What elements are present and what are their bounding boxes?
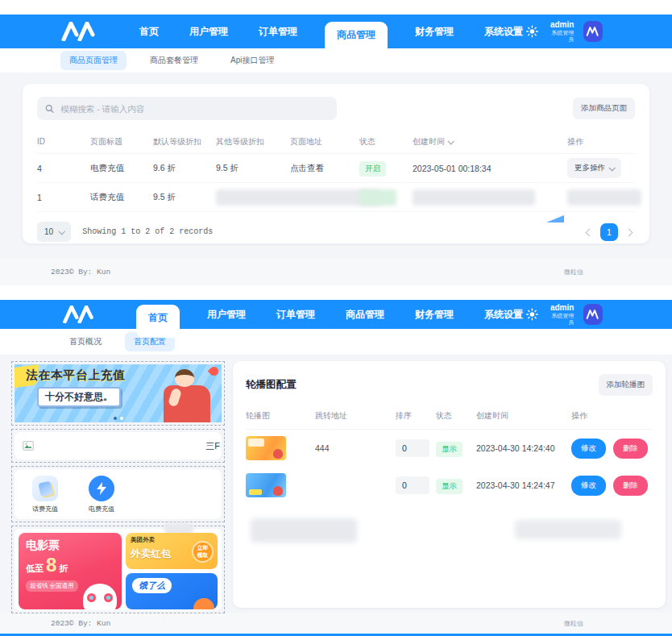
app-logo[interactable] [60, 22, 96, 41]
col-other-discount: 其他等级折扣 [216, 136, 290, 148]
col-actions: 操作 [567, 136, 635, 148]
col-created[interactable]: 创建时间 [413, 136, 567, 148]
nav-item-settings[interactable]: 系统设置 [481, 303, 526, 326]
cell-title: 话费充值 [90, 192, 153, 203]
nav-item-products[interactable]: 商品管理 [325, 22, 388, 55]
user-info[interactable]: admin 系统管理员 [548, 303, 574, 326]
carousel-row: 显示 2023-04-30 14:24:47 修改 删除 [246, 467, 653, 504]
product-pages-table: ID 页面标题 默认等级折扣 其他等级折扣 页面地址 状态 创建时间 操作 4 … [37, 130, 635, 212]
banner-text-line2: 十分不好意思。 [37, 387, 121, 407]
main-nav: 首页 用户管理 订单管理 商品管理 财务管理 系统设置 [136, 15, 526, 48]
notice-slot[interactable]: 三F [11, 429, 225, 463]
nav-item-finance[interactable]: 财务管理 [412, 20, 457, 44]
avatar[interactable] [583, 21, 603, 42]
bottom-navbar: 首页 用户管理 订单管理 商品管理 财务管理 系统设置 admin 系统管理员 [0, 300, 672, 329]
page-number-button[interactable]: 1 [600, 223, 618, 241]
nav-item-users[interactable]: 用户管理 [204, 303, 249, 326]
cell-id: 1 [37, 193, 90, 202]
promo-banners: 电影票 低至 8 折 超省钱 全国通用 美团外卖 外卖红包 立即 [15, 529, 222, 610]
cell-sort [396, 439, 436, 457]
cell-created: 2023-04-30 14:24:47 [476, 480, 571, 490]
nav-item-finance[interactable]: 财务管理 [412, 303, 457, 326]
movie-ticket-banner[interactable]: 电影票 低至 8 折 超省钱 全国通用 [19, 533, 122, 609]
claim-button[interactable]: 立即 领取 [192, 541, 214, 563]
edit-button[interactable]: 修改 [571, 439, 606, 459]
prev-page-icon[interactable] [586, 228, 594, 236]
notice-bar: 三F [15, 432, 222, 459]
broken-image-icon [23, 441, 34, 451]
search-icon [45, 104, 54, 114]
carousel-banner-image: 法在本平台上充值 十分不好意思。 [15, 364, 222, 422]
next-page-icon[interactable] [625, 228, 633, 236]
meituan-banner[interactable]: 美团外卖 外卖红包 立即 领取 [126, 533, 218, 569]
delete-button[interactable]: 删除 [613, 439, 648, 459]
eleme-banner[interactable]: 饿了么 [126, 573, 218, 609]
theme-sun-icon[interactable] [526, 308, 538, 321]
products-content: 添加商品页面 ID 页面标题 默认等级折扣 其他等级折扣 页面地址 状态 创建时… [0, 73, 672, 258]
tab-product-packages[interactable]: 商品套餐管理 [141, 51, 207, 70]
add-carousel-button[interactable]: 添加轮播图 [599, 374, 653, 396]
nav-item-home[interactable]: 首页 [136, 305, 180, 338]
status-badge: 显示 [436, 479, 463, 494]
blur-artifact [546, 215, 564, 222]
search-input[interactable] [60, 104, 329, 114]
cell-thumb[interactable] [246, 473, 315, 497]
search-box[interactable] [37, 97, 337, 120]
nav-item-orders[interactable]: 订单管理 [255, 20, 301, 44]
redacted-actions [567, 189, 641, 206]
col-image: 轮播图 [246, 410, 315, 422]
logo-icon [60, 22, 96, 41]
page-size-select[interactable]: 10 [37, 222, 71, 242]
col-title: 页面标题 [90, 136, 153, 148]
home-subtabs: 首页概况 首页配置 [0, 329, 672, 355]
nav-item-settings[interactable]: 系统设置 [481, 20, 526, 44]
cell-thumb[interactable] [246, 436, 315, 460]
pager: 1 [587, 223, 632, 241]
col-sort: 排序 [396, 410, 436, 422]
tab-home-overview[interactable]: 首页概况 [60, 332, 110, 351]
nav-right-cluster: admin 系统管理员 [526, 20, 603, 43]
quick-links-slot[interactable]: 话费充值 电费充值 [11, 466, 225, 522]
sort-input[interactable] [396, 439, 429, 457]
col-page-link: 页面地址 [290, 136, 359, 148]
chevron-down-icon [59, 228, 65, 235]
sort-chevron-icon [447, 138, 454, 144]
cell-actions: 修改 删除 [571, 476, 653, 496]
eleme-brand: 饿了么 [132, 578, 172, 593]
nav-right-cluster: admin 系统管理员 [526, 303, 603, 326]
carousel-preview-slot[interactable]: 法在本平台上充值 十分不好意思。 [11, 361, 225, 426]
tab-product-pages[interactable]: 商品页面管理 [60, 51, 127, 70]
nav-item-users[interactable]: 用户管理 [186, 20, 231, 44]
redacted-status [359, 189, 413, 206]
pagination-row: 10 Showing 1 to 2 of 2 records 1 [37, 222, 635, 242]
promo-banners-slot[interactable]: 电影票 低至 8 折 超省钱 全国通用 美团外卖 外卖红包 立即 [11, 526, 225, 613]
quick-link-label: 电费充值 [89, 505, 114, 513]
products-screen: 首页 用户管理 订单管理 商品管理 财务管理 系统设置 admin 系统管理员 [0, 15, 672, 300]
avatar[interactable] [583, 304, 603, 325]
sort-input[interactable] [396, 476, 429, 494]
quick-link-label: 话费充值 [32, 505, 58, 513]
tab-api[interactable]: Api接口管理 [222, 51, 283, 70]
more-actions-button[interactable]: 更多操作 [567, 158, 621, 178]
add-product-page-button[interactable]: 添加商品页面 [573, 98, 635, 119]
user-info[interactable]: admin 系统管理员 [548, 20, 574, 43]
col-id: ID [37, 137, 90, 146]
movie-subtitle: 超省钱 全国通用 [26, 580, 78, 592]
records-summary: Showing 1 to 2 of 2 records [82, 227, 213, 236]
quick-link-electric[interactable]: 电费充值 [89, 476, 114, 513]
quick-link-phone[interactable]: 话费充值 [32, 476, 58, 513]
nav-item-home[interactable]: 首页 [136, 20, 162, 44]
nav-item-orders[interactable]: 订单管理 [273, 303, 318, 326]
delete-button[interactable]: 删除 [613, 476, 648, 496]
nav-item-products[interactable]: 商品管理 [342, 303, 388, 326]
redacted-created [413, 189, 567, 206]
theme-sun-icon[interactable] [526, 25, 538, 38]
cell-created: 2023-05-01 00:18:34 [413, 164, 567, 173]
carousel-thumbnail [246, 473, 286, 497]
main-nav: 首页 用户管理 订单管理 商品管理 财务管理 系统设置 [136, 298, 526, 331]
app-logo[interactable] [60, 306, 96, 323]
col-actions: 操作 [571, 410, 653, 422]
cell-page-link[interactable]: 点击查看 [290, 163, 359, 174]
edit-button[interactable]: 修改 [571, 476, 606, 496]
home-content: 法在本平台上充值 十分不好意思。 [0, 355, 672, 613]
